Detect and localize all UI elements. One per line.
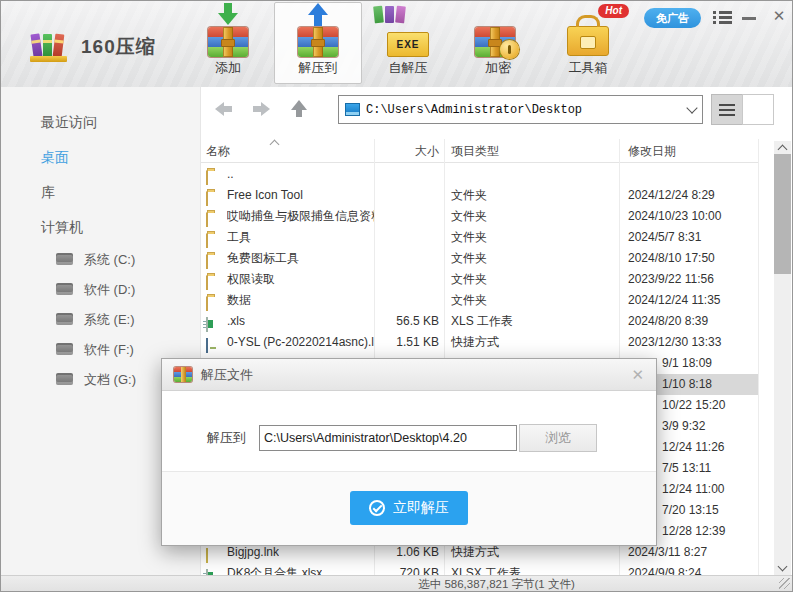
dialog-titlebar[interactable]: 解压文件 ✕ bbox=[162, 359, 656, 391]
sidebar-item-label: 软件 (F:) bbox=[84, 342, 134, 357]
file-icon bbox=[206, 336, 222, 350]
file-name-cell: 数据 bbox=[201, 290, 374, 311]
sidebar-item-label: 桌面 bbox=[41, 149, 69, 165]
file-type-cell: 文件夹 bbox=[444, 269, 619, 290]
main-menu-icon[interactable] bbox=[713, 11, 732, 26]
file-date-cell: 2023/9/22 11:56 bbox=[619, 269, 758, 290]
sidebar-item-label: 文档 (G:) bbox=[84, 372, 136, 387]
extract-path-input[interactable] bbox=[259, 425, 517, 451]
scroll-up-icon[interactable] bbox=[778, 145, 788, 155]
sidebar-item-2[interactable]: 库 bbox=[1, 175, 200, 210]
column-header-date[interactable]: 修改日期 bbox=[619, 139, 758, 162]
file-icon bbox=[206, 315, 222, 329]
ad-free-button[interactable]: 免广告 bbox=[644, 8, 701, 28]
toolbar-button-extract[interactable]: 解压到 bbox=[274, 2, 362, 84]
file-size-cell bbox=[374, 248, 444, 269]
file-date-cell: 2024/8/20 8:39 bbox=[619, 311, 758, 332]
dialog-title: 解压文件 bbox=[201, 366, 253, 384]
file-type-cell: XLSX 工作表 bbox=[444, 563, 619, 575]
column-header-name[interactable]: 名称 bbox=[201, 139, 374, 162]
app-title: 160压缩 bbox=[81, 34, 156, 60]
sidebar-item-label: 系统 (C:) bbox=[84, 252, 135, 267]
sidebar-item-6[interactable]: 系统 (E:) bbox=[1, 305, 200, 335]
toolbar-button-label: 自解压 bbox=[365, 59, 451, 77]
address-bar[interactable] bbox=[338, 95, 703, 124]
file-name-cell: DK8个月合集.xlsx bbox=[201, 563, 374, 575]
drive-icon bbox=[56, 253, 73, 265]
up-button[interactable] bbox=[289, 100, 309, 118]
scrollbar-thumb[interactable] bbox=[774, 154, 791, 274]
file-row[interactable]: 工具文件夹2024/5/7 8:31 bbox=[201, 227, 758, 248]
column-divider bbox=[758, 139, 759, 575]
toolbar-button-encrypt[interactable]: 加密 bbox=[454, 2, 542, 84]
list-header: 名称 大小 项目类型 修改日期 bbox=[201, 139, 758, 163]
dialog-body: 解压到 浏览 bbox=[162, 391, 656, 472]
file-row[interactable]: .xls56.5 KBXLS 工作表2024/8/20 8:39 bbox=[201, 311, 758, 332]
address-input[interactable] bbox=[366, 103, 688, 117]
folder-icon bbox=[206, 294, 222, 308]
file-type-cell: 文件夹 bbox=[444, 185, 619, 206]
browse-button[interactable]: 浏览 bbox=[519, 424, 597, 452]
file-row[interactable]: DK8个月合集.xlsx720 KBXLSX 工作表2024/9/9 8:24 bbox=[201, 563, 758, 575]
close-button[interactable]: ✕ bbox=[769, 6, 789, 26]
address-dropdown-icon[interactable] bbox=[686, 102, 697, 113]
sidebar-item-0[interactable]: 最近访问 bbox=[1, 105, 200, 140]
sidebar-item-1[interactable]: 桌面 bbox=[1, 140, 200, 175]
status-bar: 选中 586,387,821 字节(1 文件) bbox=[1, 575, 792, 591]
file-size-cell: 56.5 KB bbox=[374, 311, 444, 332]
list-view-button[interactable] bbox=[711, 94, 743, 125]
extract-to-label: 解压到 bbox=[207, 429, 246, 447]
toolbar-button-toolbox[interactable]: 工具箱Hot bbox=[544, 2, 632, 84]
file-name: 哎呦捕鱼与极限捕鱼信息资料 bbox=[227, 206, 374, 227]
file-icon bbox=[206, 567, 222, 576]
toolbar-button-label: 工具箱 bbox=[545, 59, 631, 77]
file-date-cell: 2024/10/23 10:00 bbox=[619, 206, 758, 227]
vertical-scrollbar[interactable] bbox=[774, 141, 791, 575]
desktop-icon bbox=[345, 103, 360, 116]
file-name-cell: 免费图标工具 bbox=[201, 248, 374, 269]
column-header-size[interactable]: 大小 bbox=[374, 139, 444, 162]
file-row[interactable]: 数据文件夹2024/12/24 11:35 bbox=[201, 290, 758, 311]
resize-grip[interactable] bbox=[779, 578, 790, 589]
file-row[interactable]: .. bbox=[201, 164, 758, 185]
toolbar-button-add[interactable]: 添加 bbox=[184, 2, 272, 84]
sidebar-item-4[interactable]: 系统 (C:) bbox=[1, 245, 200, 275]
dialog-footer: 立即解压 bbox=[162, 471, 656, 545]
file-name: 0-YSL (Pc-20220214asnc).lnk bbox=[227, 332, 374, 353]
file-name-cell: 0-YSL (Pc-20220214asnc).lnk bbox=[201, 332, 374, 353]
encrypt-icon bbox=[455, 3, 541, 59]
grid-view-button[interactable] bbox=[742, 94, 774, 125]
drive-icon bbox=[56, 343, 73, 355]
scroll-down-icon[interactable] bbox=[778, 562, 788, 572]
file-row[interactable]: 哎呦捕鱼与极限捕鱼信息资料文件夹2024/10/23 10:00 bbox=[201, 206, 758, 227]
file-name: 免费图标工具 bbox=[227, 248, 299, 269]
folder-icon bbox=[206, 189, 222, 203]
forward-button[interactable] bbox=[250, 100, 270, 118]
sidebar-item-3[interactable]: 计算机 bbox=[1, 210, 200, 245]
column-header-type[interactable]: 项目类型 bbox=[444, 139, 619, 162]
file-type-cell bbox=[444, 164, 619, 185]
file-row[interactable]: 权限读取文件夹2023/9/22 11:56 bbox=[201, 269, 758, 290]
sfx-icon: EXE bbox=[365, 3, 451, 59]
file-row[interactable]: 免费图标工具文件夹2024/8/10 17:50 bbox=[201, 248, 758, 269]
file-size-cell: 1.51 KB bbox=[374, 332, 444, 353]
file-type-cell: 文件夹 bbox=[444, 206, 619, 227]
file-row[interactable]: 0-YSL (Pc-20220214asnc).lnk1.51 KB快捷方式20… bbox=[201, 332, 758, 353]
file-name: Free Icon Tool bbox=[227, 185, 303, 206]
file-size-cell: 720 KB bbox=[374, 563, 444, 575]
app-window: 160压缩 添加解压到EXE自解压加密工具箱Hot 免广告 ✕ 最近访问桌面库计… bbox=[0, 0, 793, 592]
dialog-close-icon[interactable]: ✕ bbox=[631, 367, 644, 382]
file-date-cell: 2023/12/30 13:33 bbox=[619, 332, 758, 353]
toolbar-button-sfx[interactable]: EXE自解压 bbox=[364, 2, 452, 84]
file-row[interactable]: Free Icon Tool文件夹2024/12/24 8:29 bbox=[201, 185, 758, 206]
toolbar: 160压缩 添加解压到EXE自解压加密工具箱Hot 免广告 ✕ bbox=[1, 1, 792, 88]
file-size-cell bbox=[374, 269, 444, 290]
file-size-cell bbox=[374, 185, 444, 206]
minimize-button[interactable] bbox=[742, 17, 756, 20]
extract-now-button[interactable]: 立即解压 bbox=[350, 491, 468, 525]
file-size-cell bbox=[374, 227, 444, 248]
file-name: 数据 bbox=[227, 290, 251, 311]
sidebar-item-5[interactable]: 软件 (D:) bbox=[1, 275, 200, 305]
back-button[interactable] bbox=[215, 100, 235, 118]
sidebar-item-label: 系统 (E:) bbox=[84, 312, 135, 327]
